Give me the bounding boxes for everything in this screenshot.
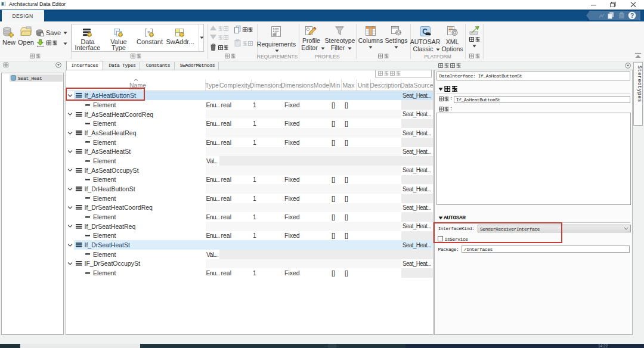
svg-text:?: ? bbox=[630, 13, 634, 19]
